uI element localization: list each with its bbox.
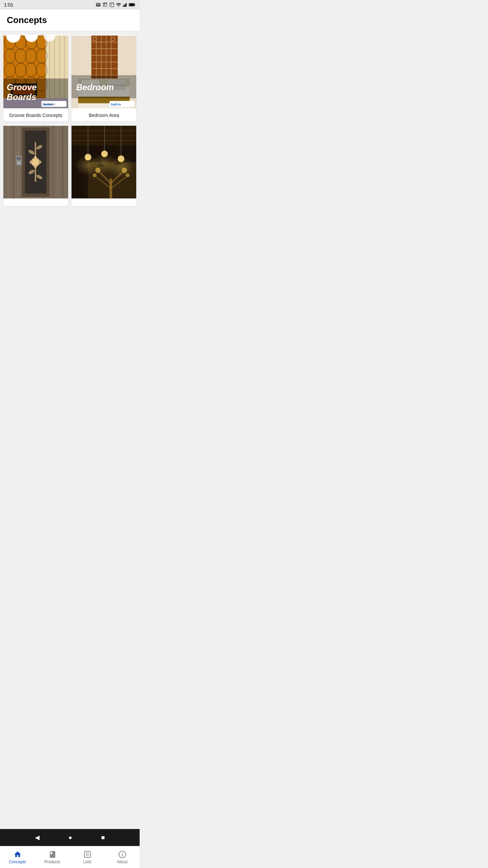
svg-text:Bedroom: Bedroom (76, 82, 114, 92)
battery-icon (129, 2, 136, 7)
svg-text:Jaali.in: Jaali.in (110, 102, 121, 106)
calendar-icon (102, 2, 108, 7)
groove-boards-svg: Groove Boards Dhariwala's Dhariwala's Ja… (3, 35, 68, 109)
bedroom-svg: Bedroom Jaali.in (72, 35, 136, 109)
svg-rect-0 (110, 3, 114, 7)
svg-rect-3 (123, 5, 124, 7)
svg-rect-5 (125, 4, 125, 7)
ceiling-concept-card[interactable] (72, 125, 136, 206)
svg-rect-9 (129, 4, 134, 6)
svg-rect-8 (134, 4, 135, 5)
door-image (3, 125, 68, 199)
svg-rect-100 (17, 157, 21, 160)
door-svg (3, 125, 68, 199)
ceiling-image (72, 125, 136, 199)
ceiling-svg (72, 125, 136, 199)
svg-rect-93 (35, 162, 36, 182)
calendar2-icon (109, 2, 115, 7)
status-time: 1:01 (4, 2, 13, 7)
svg-rect-2 (111, 4, 112, 5)
svg-text:Jaali.in: Jaali.in (42, 102, 53, 106)
svg-point-101 (17, 161, 21, 165)
header: Concepts (0, 9, 140, 31)
svg-rect-6 (126, 3, 126, 6)
status-bar: 1:01 (0, 0, 140, 9)
ceiling-label (72, 199, 136, 206)
svg-rect-4 (124, 5, 125, 7)
signal-icon (123, 2, 127, 7)
svg-rect-94 (35, 142, 36, 162)
groove-boards-image: Groove Boards Dhariwala's Dhariwala's Ja… (3, 35, 68, 109)
bedroom-image: Bedroom Jaali.in (72, 35, 136, 109)
groove-boards-card[interactable]: Groove Boards Dhariwala's Dhariwala's Ja… (3, 35, 68, 121)
door-label (3, 199, 68, 206)
bedroom-card[interactable]: Bedroom Jaali.in Bedroom Area (72, 35, 136, 121)
svg-text:Groove: Groove (7, 82, 37, 92)
gmail-icon (96, 2, 101, 7)
status-icons (96, 2, 136, 7)
svg-point-137 (108, 157, 134, 177)
wifi-icon (116, 2, 121, 7)
door-concept-card[interactable] (3, 125, 68, 206)
page-title: Concepts (7, 15, 133, 25)
bedroom-label: Bedroom Area (72, 109, 136, 121)
groove-boards-label: Groove Boards Concepts (3, 109, 68, 121)
concepts-grid: Groove Boards Dhariwala's Dhariwala's Ja… (0, 31, 140, 233)
svg-text:Boards: Boards (7, 92, 36, 102)
